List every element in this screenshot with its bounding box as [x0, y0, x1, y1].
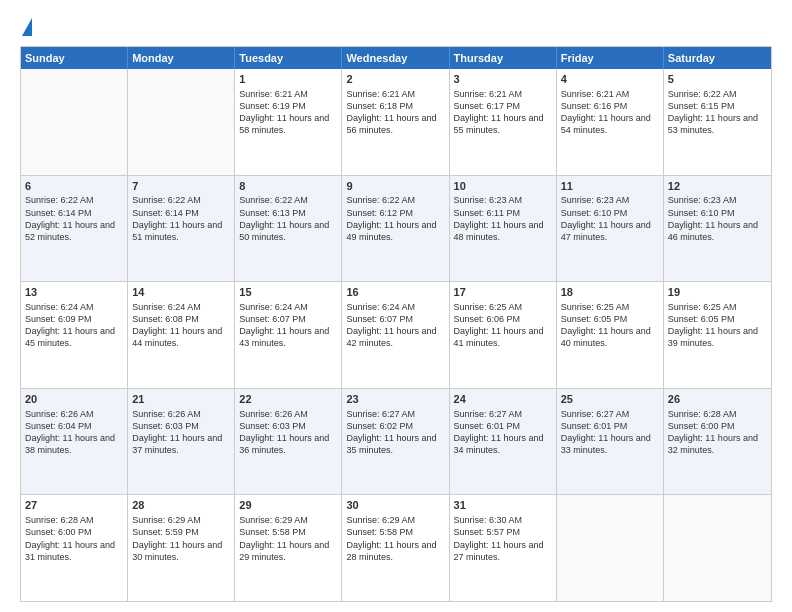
sunset-text: Sunset: 6:12 PM [346, 207, 444, 219]
day-number: 17 [454, 285, 552, 300]
sunrise-text: Sunrise: 6:29 AM [132, 514, 230, 526]
calendar-cell: 10Sunrise: 6:23 AMSunset: 6:11 PMDayligh… [450, 176, 557, 282]
daylight-text: Daylight: 11 hours and 49 minutes. [346, 219, 444, 243]
sunrise-text: Sunrise: 6:29 AM [346, 514, 444, 526]
sunset-text: Sunset: 5:57 PM [454, 526, 552, 538]
sunset-text: Sunset: 6:00 PM [25, 526, 123, 538]
day-number: 29 [239, 498, 337, 513]
daylight-text: Daylight: 11 hours and 47 minutes. [561, 219, 659, 243]
calendar-cell [664, 495, 771, 601]
daylight-text: Daylight: 11 hours and 41 minutes. [454, 325, 552, 349]
day-number: 27 [25, 498, 123, 513]
calendar-cell: 28Sunrise: 6:29 AMSunset: 5:59 PMDayligh… [128, 495, 235, 601]
sunset-text: Sunset: 6:06 PM [454, 313, 552, 325]
sunset-text: Sunset: 6:01 PM [561, 420, 659, 432]
sunrise-text: Sunrise: 6:27 AM [561, 408, 659, 420]
day-number: 8 [239, 179, 337, 194]
day-number: 20 [25, 392, 123, 407]
sunrise-text: Sunrise: 6:22 AM [346, 194, 444, 206]
day-number: 2 [346, 72, 444, 87]
calendar-body: 1Sunrise: 6:21 AMSunset: 6:19 PMDaylight… [21, 69, 771, 601]
day-number: 23 [346, 392, 444, 407]
sunset-text: Sunset: 6:01 PM [454, 420, 552, 432]
calendar-cell: 7Sunrise: 6:22 AMSunset: 6:14 PMDaylight… [128, 176, 235, 282]
sunset-text: Sunset: 6:16 PM [561, 100, 659, 112]
calendar-cell: 17Sunrise: 6:25 AMSunset: 6:06 PMDayligh… [450, 282, 557, 388]
day-number: 26 [668, 392, 767, 407]
calendar-row: 13Sunrise: 6:24 AMSunset: 6:09 PMDayligh… [21, 281, 771, 388]
calendar-cell: 21Sunrise: 6:26 AMSunset: 6:03 PMDayligh… [128, 389, 235, 495]
sunrise-text: Sunrise: 6:22 AM [25, 194, 123, 206]
day-number: 24 [454, 392, 552, 407]
daylight-text: Daylight: 11 hours and 55 minutes. [454, 112, 552, 136]
sunrise-text: Sunrise: 6:24 AM [25, 301, 123, 313]
calendar-cell: 5Sunrise: 6:22 AMSunset: 6:15 PMDaylight… [664, 69, 771, 175]
sunrise-text: Sunrise: 6:22 AM [668, 88, 767, 100]
daylight-text: Daylight: 11 hours and 35 minutes. [346, 432, 444, 456]
sunrise-text: Sunrise: 6:26 AM [25, 408, 123, 420]
sunset-text: Sunset: 6:13 PM [239, 207, 337, 219]
sunrise-text: Sunrise: 6:30 AM [454, 514, 552, 526]
calendar-cell: 25Sunrise: 6:27 AMSunset: 6:01 PMDayligh… [557, 389, 664, 495]
calendar-header-cell: Sunday [21, 47, 128, 69]
calendar-cell: 12Sunrise: 6:23 AMSunset: 6:10 PMDayligh… [664, 176, 771, 282]
day-number: 22 [239, 392, 337, 407]
sunrise-text: Sunrise: 6:28 AM [668, 408, 767, 420]
sunrise-text: Sunrise: 6:24 AM [346, 301, 444, 313]
calendar-header-cell: Saturday [664, 47, 771, 69]
daylight-text: Daylight: 11 hours and 52 minutes. [25, 219, 123, 243]
day-number: 19 [668, 285, 767, 300]
calendar-cell: 23Sunrise: 6:27 AMSunset: 6:02 PMDayligh… [342, 389, 449, 495]
day-number: 12 [668, 179, 767, 194]
sunrise-text: Sunrise: 6:21 AM [561, 88, 659, 100]
calendar-header-cell: Tuesday [235, 47, 342, 69]
sunset-text: Sunset: 6:19 PM [239, 100, 337, 112]
daylight-text: Daylight: 11 hours and 27 minutes. [454, 539, 552, 563]
day-number: 16 [346, 285, 444, 300]
day-number: 30 [346, 498, 444, 513]
sunrise-text: Sunrise: 6:27 AM [454, 408, 552, 420]
daylight-text: Daylight: 11 hours and 40 minutes. [561, 325, 659, 349]
daylight-text: Daylight: 11 hours and 53 minutes. [668, 112, 767, 136]
sunset-text: Sunset: 6:00 PM [668, 420, 767, 432]
calendar-cell: 27Sunrise: 6:28 AMSunset: 6:00 PMDayligh… [21, 495, 128, 601]
daylight-text: Daylight: 11 hours and 50 minutes. [239, 219, 337, 243]
sunset-text: Sunset: 6:04 PM [25, 420, 123, 432]
day-number: 3 [454, 72, 552, 87]
sunrise-text: Sunrise: 6:23 AM [454, 194, 552, 206]
sunrise-text: Sunrise: 6:29 AM [239, 514, 337, 526]
calendar-cell: 9Sunrise: 6:22 AMSunset: 6:12 PMDaylight… [342, 176, 449, 282]
sunset-text: Sunset: 6:08 PM [132, 313, 230, 325]
daylight-text: Daylight: 11 hours and 28 minutes. [346, 539, 444, 563]
sunrise-text: Sunrise: 6:25 AM [668, 301, 767, 313]
day-number: 11 [561, 179, 659, 194]
day-number: 7 [132, 179, 230, 194]
day-number: 9 [346, 179, 444, 194]
sunset-text: Sunset: 6:14 PM [25, 207, 123, 219]
calendar: SundayMondayTuesdayWednesdayThursdayFrid… [20, 46, 772, 602]
day-number: 4 [561, 72, 659, 87]
calendar-cell: 2Sunrise: 6:21 AMSunset: 6:18 PMDaylight… [342, 69, 449, 175]
sunrise-text: Sunrise: 6:24 AM [239, 301, 337, 313]
sunrise-text: Sunrise: 6:28 AM [25, 514, 123, 526]
sunset-text: Sunset: 6:05 PM [668, 313, 767, 325]
day-number: 6 [25, 179, 123, 194]
calendar-cell [128, 69, 235, 175]
calendar-cell [21, 69, 128, 175]
daylight-text: Daylight: 11 hours and 32 minutes. [668, 432, 767, 456]
calendar-row: 20Sunrise: 6:26 AMSunset: 6:04 PMDayligh… [21, 388, 771, 495]
calendar-cell [557, 495, 664, 601]
daylight-text: Daylight: 11 hours and 37 minutes. [132, 432, 230, 456]
day-number: 10 [454, 179, 552, 194]
sunrise-text: Sunrise: 6:22 AM [132, 194, 230, 206]
daylight-text: Daylight: 11 hours and 42 minutes. [346, 325, 444, 349]
calendar-cell: 1Sunrise: 6:21 AMSunset: 6:19 PMDaylight… [235, 69, 342, 175]
day-number: 21 [132, 392, 230, 407]
daylight-text: Daylight: 11 hours and 54 minutes. [561, 112, 659, 136]
day-number: 15 [239, 285, 337, 300]
sunset-text: Sunset: 6:11 PM [454, 207, 552, 219]
calendar-cell: 13Sunrise: 6:24 AMSunset: 6:09 PMDayligh… [21, 282, 128, 388]
daylight-text: Daylight: 11 hours and 45 minutes. [25, 325, 123, 349]
sunset-text: Sunset: 6:18 PM [346, 100, 444, 112]
calendar-cell: 30Sunrise: 6:29 AMSunset: 5:58 PMDayligh… [342, 495, 449, 601]
